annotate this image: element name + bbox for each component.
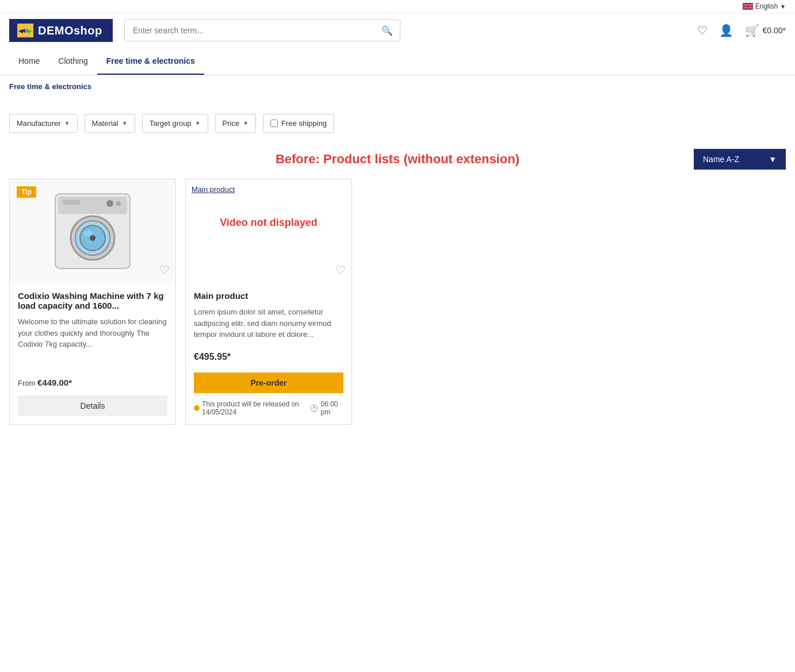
manufacturer-filter[interactable]: Manufacturer ▼ bbox=[9, 114, 78, 133]
product-info: Codixio Washing Machine with 7 kg load c… bbox=[10, 283, 175, 372]
breadcrumb: Free time & electronics bbox=[0, 75, 795, 98]
language-label: English bbox=[755, 2, 778, 10]
product-title-2: Main product bbox=[194, 291, 343, 301]
wishlist-button-1[interactable]: ♡ bbox=[159, 263, 170, 277]
washing-machine-image bbox=[52, 191, 133, 271]
svg-point-3 bbox=[106, 200, 113, 207]
release-text: This product will be released on 14/05/2… bbox=[202, 400, 307, 416]
release-time: 06:00 pm bbox=[320, 400, 343, 416]
product-grid: Tip ♡ Codixio Washing Machine with 7 kg … bbox=[0, 179, 795, 434]
sort-label: Name A-Z bbox=[703, 155, 739, 164]
manufacturer-chevron: ▼ bbox=[64, 120, 70, 126]
product-image-area-2: Main product Video not displayed ♡ bbox=[186, 179, 351, 283]
header-actions: ♡ 👤 🛒 €0.00* bbox=[697, 24, 786, 37]
material-chevron: ▼ bbox=[122, 120, 128, 126]
language-selector[interactable]: English ▼ bbox=[743, 2, 786, 10]
manufacturer-label: Manufacturer bbox=[17, 119, 61, 128]
product-price-from: From €449.00* bbox=[18, 378, 167, 387]
header: ◀ ▶ DEMOshop 🔍 ♡ 👤 🛒 €0.00* bbox=[0, 13, 795, 48]
svg-rect-10 bbox=[63, 200, 80, 205]
account-icon[interactable]: 👤 bbox=[719, 24, 733, 37]
clock-icon: 🕐 bbox=[309, 404, 318, 412]
search-input[interactable] bbox=[125, 20, 374, 41]
release-info: This product will be released on 14/05/2… bbox=[186, 398, 351, 424]
product-price-2: €495.95* bbox=[194, 352, 343, 362]
svg-rect-2 bbox=[58, 197, 127, 214]
product-price-area: From €449.00* bbox=[10, 372, 175, 395]
logo-icon: ◀ ▶ bbox=[17, 24, 33, 37]
search-bar: 🔍 bbox=[124, 20, 400, 41]
cart-area[interactable]: 🛒 €0.00* bbox=[745, 24, 786, 37]
material-label: Material bbox=[92, 119, 119, 128]
main-nav: Home Clothing Free time & electronics bbox=[0, 48, 795, 75]
sort-chevron: ▼ bbox=[769, 155, 777, 164]
sort-dropdown[interactable]: Name A-Z ▼ bbox=[694, 149, 786, 170]
nav-item-home[interactable]: Home bbox=[9, 48, 49, 75]
product-badge: Tip bbox=[17, 186, 36, 198]
wishlist-icon[interactable]: ♡ bbox=[697, 24, 708, 37]
logo[interactable]: ◀ ▶ DEMOshop bbox=[9, 19, 113, 42]
free-shipping-checkbox[interactable] bbox=[270, 120, 278, 127]
cart-price: €0.00* bbox=[763, 26, 786, 35]
target-group-chevron: ▼ bbox=[195, 120, 201, 126]
product-description: Welcome to the ultimate solution for cle… bbox=[18, 316, 167, 366]
price-label: Price bbox=[223, 119, 240, 128]
nav-item-freetime[interactable]: Free time & electronics bbox=[97, 48, 204, 75]
video-placeholder: Video not displayed bbox=[192, 199, 346, 246]
main-product-link[interactable]: Main product bbox=[192, 185, 235, 194]
filters-bar: Manufacturer ▼ Material ▼ Target group ▼… bbox=[0, 107, 795, 144]
wishlist-button-2[interactable]: ♡ bbox=[335, 263, 346, 277]
product-card: Tip ♡ Codixio Washing Machine with 7 kg … bbox=[9, 179, 176, 425]
gb-flag-icon bbox=[743, 3, 753, 10]
price-filter[interactable]: Price ▼ bbox=[215, 114, 257, 133]
top-bar: English ▼ bbox=[0, 0, 795, 13]
material-filter[interactable]: Material ▼ bbox=[85, 114, 135, 133]
search-button[interactable]: 🔍 bbox=[374, 20, 400, 41]
svg-point-4 bbox=[116, 201, 121, 206]
product-info-2: Main product Lorem ipsum dolor sit amet,… bbox=[186, 283, 351, 346]
svg-point-9 bbox=[90, 235, 95, 241]
logo-text: DEMOshop bbox=[38, 24, 102, 37]
price-prefix: From bbox=[18, 379, 37, 387]
product-price-value: €449.00* bbox=[37, 378, 72, 387]
price-chevron: ▼ bbox=[243, 120, 249, 126]
free-shipping-label: Free shipping bbox=[281, 119, 327, 128]
target-group-filter[interactable]: Target group ▼ bbox=[142, 114, 208, 133]
details-button[interactable]: Details bbox=[18, 395, 167, 416]
breadcrumb-link[interactable]: Free time & electronics bbox=[9, 82, 91, 91]
language-chevron: ▼ bbox=[780, 3, 786, 10]
product-title: Codixio Washing Machine with 7 kg load c… bbox=[18, 291, 167, 310]
product-card: Main product Video not displayed ♡ Main … bbox=[185, 179, 352, 425]
section-heading-row: Before: Product lists (without extension… bbox=[0, 144, 795, 179]
nav-item-clothing[interactable]: Clothing bbox=[49, 48, 97, 75]
preorder-button[interactable]: Pre-order bbox=[194, 373, 343, 393]
search-icon: 🔍 bbox=[381, 26, 393, 36]
product-price-area-2: €495.95* bbox=[186, 346, 351, 373]
free-shipping-filter[interactable]: Free shipping bbox=[263, 114, 334, 133]
cart-icon: 🛒 bbox=[745, 24, 759, 37]
target-group-label: Target group bbox=[150, 119, 192, 128]
section-heading: Before: Product lists (without extension… bbox=[268, 152, 527, 167]
release-dot-icon bbox=[194, 405, 200, 411]
product-description-2: Lorem ipsum dolor sit amet, consetetur s… bbox=[194, 306, 343, 340]
